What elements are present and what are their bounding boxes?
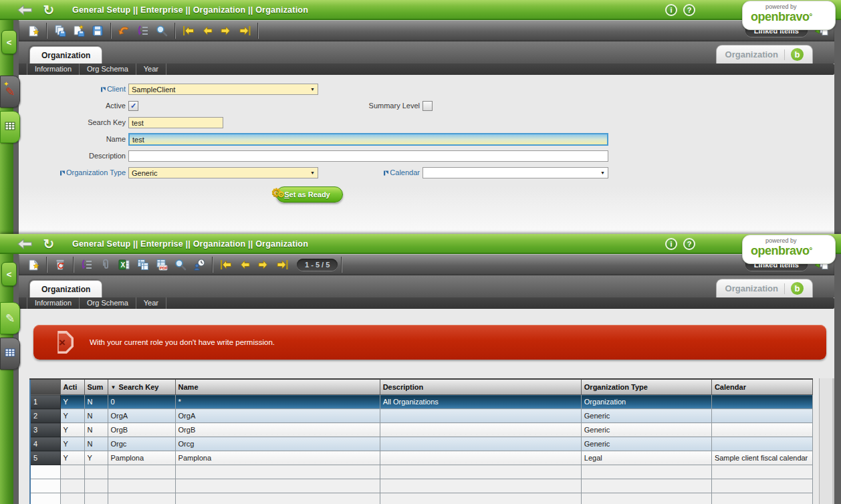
undo-icon[interactable]	[116, 22, 133, 39]
previous-record-icon[interactable]	[199, 22, 216, 39]
tree-view-icon[interactable]	[134, 22, 152, 39]
header-summary[interactable]: Sum	[84, 379, 108, 395]
subtab-org-schema[interactable]: Org Schema	[80, 64, 136, 75]
grid-subtabs: Information Org Schema Year	[19, 297, 834, 309]
cell: Pamplona	[175, 451, 380, 465]
table-row[interactable]: 2YNOrgAOrgAGeneric	[30, 409, 813, 423]
tab-organization[interactable]: Organization	[29, 46, 102, 64]
export-pdf-icon[interactable]: PDF	[153, 256, 170, 273]
window-tab-organization[interactable]: Organization b	[716, 279, 813, 297]
calendar-select[interactable]: ▼	[423, 167, 608, 178]
client-select-value: SampleClient	[132, 86, 175, 94]
table-row[interactable]: 1YN0*All OrganizationsOrganization	[30, 395, 813, 409]
organization-type-select[interactable]: Generic ▼	[128, 167, 318, 178]
subtab-information[interactable]: Information	[27, 297, 80, 309]
cell	[581, 465, 711, 479]
refresh-icon[interactable]: ↻	[40, 237, 57, 251]
grid-view-tab[interactable]	[0, 338, 20, 370]
last-record-icon[interactable]	[273, 256, 291, 273]
description-label: Description	[19, 152, 126, 160]
set-as-ready-button[interactable]: ⚙⚙ Set as Ready	[276, 186, 343, 203]
brand-mark-icon: °	[810, 246, 812, 255]
cell: *	[175, 395, 380, 409]
form-area: Client SampleClient ▼ Active ✓ Summary L…	[19, 75, 834, 234]
cell	[711, 395, 812, 409]
save-new-icon[interactable]	[51, 22, 69, 39]
header-search-key[interactable]: ▼Search Key	[108, 379, 175, 395]
last-record-icon[interactable]	[236, 22, 253, 39]
delete-icon[interactable]	[51, 256, 69, 273]
info-icon[interactable]: i	[665, 4, 677, 16]
subtab-year[interactable]: Year	[136, 297, 166, 309]
cell	[380, 423, 581, 437]
first-record-icon[interactable]	[180, 22, 197, 39]
header-description[interactable]: Description	[380, 379, 581, 395]
name-input[interactable]	[128, 133, 608, 146]
error-message: With your current role you don't have wr…	[90, 338, 275, 346]
header-calendar[interactable]: Calendar	[711, 379, 812, 395]
next-record-icon[interactable]	[255, 256, 272, 273]
search-icon[interactable]	[153, 22, 170, 39]
cell	[711, 409, 812, 423]
back-icon[interactable]	[16, 3, 33, 17]
header-name[interactable]: Name	[175, 379, 380, 395]
edit-pencil-icon: ✎✦	[5, 85, 15, 99]
info-icon[interactable]: i	[665, 238, 677, 250]
audit-icon[interactable]	[191, 256, 208, 273]
header-active[interactable]: Acti	[60, 379, 84, 395]
header-organization-type[interactable]: Organization Type	[581, 379, 711, 395]
tree-view-icon[interactable]	[78, 256, 96, 273]
cell	[108, 479, 175, 493]
save-icon[interactable]	[89, 22, 106, 39]
active-checkbox[interactable]: ✓	[128, 101, 138, 111]
calendar-label[interactable]: Calendar	[299, 168, 420, 177]
form-window-main: Linked Items Organization Organization b…	[13, 20, 841, 234]
client-select[interactable]: SampleClient ▼	[128, 84, 318, 95]
previous-record-icon[interactable]	[236, 256, 253, 273]
table-row-empty[interactable]	[30, 479, 813, 493]
summary-level-checkbox[interactable]: ✓	[423, 101, 433, 111]
table-row[interactable]: 5YYPamplonaPamplonaLegalSample client fi…	[30, 451, 813, 465]
error-icon: ×	[51, 331, 74, 354]
form-view-tab[interactable]: ✎✦	[0, 76, 20, 108]
back-icon[interactable]	[16, 237, 33, 251]
chevron-down-icon: ▼	[310, 87, 315, 92]
description-input[interactable]	[128, 150, 608, 162]
window-tab-organization[interactable]: Organization b	[716, 45, 813, 64]
subtab-year[interactable]: Year	[136, 64, 166, 75]
new-record-icon[interactable]	[25, 256, 42, 273]
first-record-icon[interactable]	[217, 256, 235, 273]
table-row-empty[interactable]	[30, 465, 813, 479]
export-excel-icon[interactable]: X	[116, 256, 133, 273]
form-view-tab[interactable]: ✎	[0, 302, 20, 334]
copy-record-icon[interactable]	[134, 256, 152, 273]
table-row[interactable]: 3YNOrgBOrgBGeneric	[30, 423, 813, 437]
new-record-icon[interactable]	[25, 22, 42, 39]
help-icon[interactable]: ?	[683, 238, 695, 250]
subtab-information[interactable]: Information	[27, 64, 80, 75]
collapse-sidebar-button[interactable]: <	[1, 262, 17, 286]
collapse-sidebar-button[interactable]: <	[1, 30, 17, 54]
refresh-icon[interactable]: ↻	[40, 3, 57, 17]
save-close-icon[interactable]	[70, 22, 88, 39]
cell: N	[84, 409, 108, 423]
tab-organization[interactable]: Organization	[29, 280, 102, 297]
table-row[interactable]: 4YNOrgcOrcgGeneric	[30, 437, 813, 451]
name-label: Name	[19, 135, 126, 143]
organization-type-label[interactable]: Organization Type	[19, 168, 126, 177]
grid-toolbar: X PDF	[19, 254, 834, 275]
grid-view-tab[interactable]	[0, 111, 20, 143]
help-icon[interactable]: ?	[683, 4, 695, 16]
vertical-scrollbar[interactable]	[819, 378, 834, 504]
subtab-org-schema[interactable]: Org Schema	[80, 297, 136, 309]
cell	[581, 493, 711, 504]
search-icon[interactable]	[172, 256, 189, 273]
client-label[interactable]: Client	[19, 85, 126, 94]
search-key-input[interactable]	[128, 117, 223, 128]
attachment-icon[interactable]	[97, 256, 114, 273]
table-row-empty[interactable]	[30, 493, 813, 504]
cell	[84, 479, 108, 493]
form-toolbar: Linked Items	[19, 20, 834, 41]
next-record-icon[interactable]	[217, 22, 235, 39]
cell: Y	[84, 451, 108, 465]
